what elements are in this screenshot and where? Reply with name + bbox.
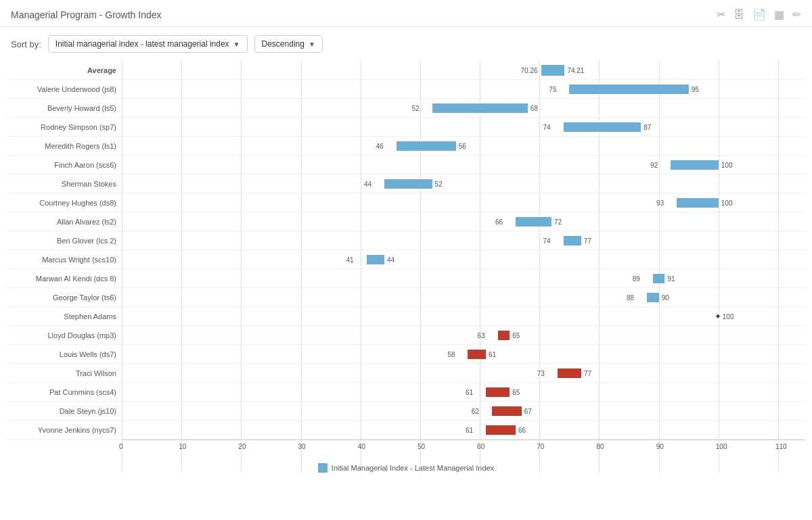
chart-row: Stephen Adams ✦100 [7,307,805,326]
bar-label-latest: 66 [518,426,526,433]
chart-row: Pat Cummins (scs4) 6165 [7,383,805,402]
row-label: Marcus Wright (scs10) [7,256,122,264]
bar [677,198,719,208]
x-tick: 40 [358,443,365,450]
row-label: Marwan Al Kendi (dcs 8) [7,275,122,283]
bar [367,255,384,264]
order-dropdown[interactable]: Descending ▼ [254,35,323,53]
bar-label-initial: 75 [549,85,556,93]
scissors-icon[interactable]: ✂ [717,8,725,21]
chart-row: Average 70.2674.21 [7,61,805,80]
x-tick: 100 [716,443,727,450]
bar-label-initial: 61 [466,426,473,433]
bar-label-initial: 70.26 [521,66,538,74]
row-label: Louis Wells (ds7) [7,350,122,358]
chart-row: Valerie Underwood (js8) 7595 [7,80,805,99]
bar-label-latest: 91 [667,275,675,282]
bar [653,274,665,283]
chart-row: Dale Steyn (js10) 6267 [7,402,805,421]
bar-label-initial: 63 [478,331,485,339]
bar-label-initial: 89 [633,275,640,282]
bar-label-latest: 100 [723,312,734,320]
row-label: Pat Cummins (scs4) [7,388,122,396]
page-title: Managerial Program - Growth Index [11,9,162,20]
x-tick: 70 [537,443,544,450]
bar-label-latest: 65 [512,331,520,339]
x-tick: 80 [596,443,604,450]
bar [516,217,551,227]
chart-row: Sherman Stokes 4452 [7,174,805,193]
x-tick: 20 [238,443,246,450]
x-tick: 110 [775,443,787,450]
chart-row: Allan Alvarez (ls2) 6672 [7,212,805,231]
bar [671,160,719,170]
row-label: Meredith Rogers (ls1) [7,142,122,150]
bar-label-latest: 65 [512,388,520,396]
row-bar-area: 6165 [122,383,805,401]
order-dropdown-arrow: ▼ [309,41,315,48]
header: Managerial Program - Growth Index ✂ 🗄 📄 … [0,0,812,27]
row-label: Sherman Stokes [7,180,122,188]
row-bar-area: 5861 [122,345,805,363]
chart-row: Finch Aaron (scs6) 92100 [7,156,805,174]
bar [468,350,485,359]
x-tick: 30 [298,443,306,450]
row-label: Average [7,66,122,74]
row-bar-area: 4144 [122,250,805,268]
sort-dropdown[interactable]: Initial managerial index - latest manage… [48,35,248,53]
sort-label: Sort by: [11,39,41,49]
document-icon[interactable]: 📄 [752,8,766,21]
database-icon[interactable]: 🗄 [734,9,744,21]
bar-label-initial: 44 [364,180,371,187]
bar-label-latest: 100 [721,199,733,206]
legend: Initial Managerial Index - Latest Manage… [7,463,805,473]
row-label: Ben Glover (lcs 2) [7,237,122,245]
bar-label-initial: 88 [627,293,634,301]
bar [432,103,528,113]
row-label: Yvonne Jenkins (nycs7) [7,426,122,434]
row-bar-area: 7477 [122,231,805,250]
bar [498,331,510,340]
row-bar-area: 70.2674.21 [122,61,805,79]
header-icons: ✂ 🗄 📄 ▦ ✏ [717,8,801,21]
bar-label-latest: 56 [459,142,466,149]
row-bar-area: 4452 [122,174,805,193]
chart-row: Marwan Al Kendi (dcs 8) 8991 [7,269,805,288]
star-marker: ✦ [715,312,721,321]
chart-row: Rodney Simpson (sp7) 7487 [7,118,805,137]
legend-label: Initial Managerial Index - Latest Manage… [332,464,494,472]
bar [564,236,581,245]
chart-container: Average 70.2674.21 Valerie Underwood (js… [0,61,812,486]
chart-row: Marcus Wright (scs10) 4144 [7,250,805,269]
row-label: Beverly Howard (ls5) [7,104,122,112]
x-tick: 90 [656,443,664,450]
app-container: Managerial Program - Growth Index ✂ 🗄 📄 … [0,0,812,520]
bar-label-initial: 58 [447,350,455,358]
bar-label-initial: 93 [656,199,664,206]
bar-label-initial: 74 [543,123,551,131]
row-bar-area: 6672 [122,212,805,231]
chart-row: Louis Wells (ds7) 5861 [7,345,805,364]
row-label: Lloyd Douglas (mp3) [7,331,122,339]
bar-label-initial: 41 [346,256,354,263]
bar [384,179,432,189]
chart: Average 70.2674.21 Valerie Underwood (js… [7,61,805,473]
bar-label-latest: 52 [435,180,443,187]
bar-label-latest: 74.21 [567,66,584,74]
row-bar-area: 7377 [122,364,805,382]
edit-icon[interactable]: ✏ [792,8,801,21]
x-tick: 0 [119,443,123,450]
bar [486,425,516,435]
sort-dropdown-arrow: ▼ [233,41,240,48]
row-bar-area: 6267 [122,402,805,420]
bar-label-latest: 77 [584,369,591,377]
chart-row: George Taylor (ts6) 8890 [7,288,805,307]
bar-label-latest: 95 [692,85,699,93]
x-tick: 60 [477,443,484,450]
grid-icon[interactable]: ▦ [774,8,784,21]
bar-label-initial: 66 [495,218,503,225]
bar-label-initial: 61 [466,388,473,396]
row-label: Dale Steyn (js10) [7,407,122,415]
controls: Sort by: Initial managerial index - late… [0,27,812,61]
bar [397,141,456,151]
